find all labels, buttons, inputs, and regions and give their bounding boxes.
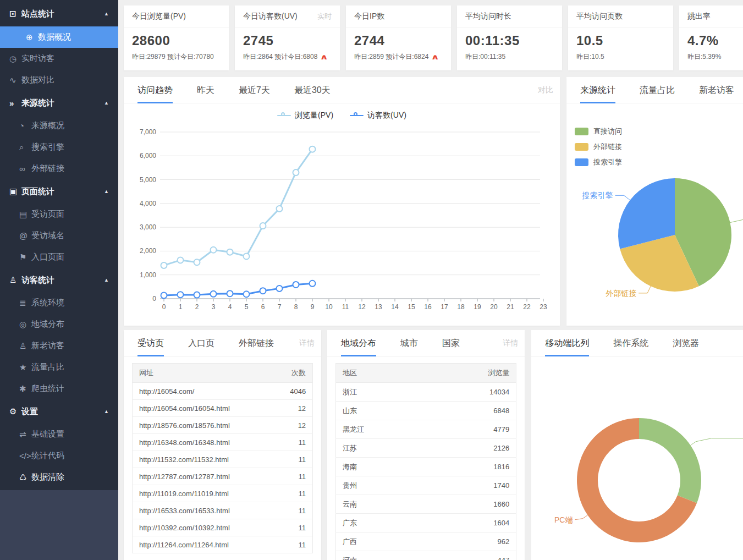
chevron-up-icon[interactable]: ▲ — [104, 100, 118, 106]
sidebar-item-data-clear[interactable]: ♺数据清除 — [0, 466, 118, 488]
sidebar-item-tracking-code[interactable]: </>统计代码 — [0, 445, 118, 466]
legend-item-pv[interactable]: 浏览量(PV) — [277, 111, 333, 120]
data-point[interactable] — [244, 253, 250, 259]
cell-label: http://12787.com/12787.html — [133, 468, 273, 485]
chevron-up-icon[interactable]: ▲ — [104, 189, 118, 194]
source-pie-body: 直接访问外部链接搜索引擎 外部链接搜索引擎 — [566, 103, 743, 325]
data-point[interactable] — [277, 206, 283, 212]
data-point[interactable] — [244, 291, 250, 297]
sidebar-item-external-links[interactable]: ∞外部链接 — [0, 158, 118, 179]
tab-trend-2[interactable]: 最近7天 — [239, 77, 270, 103]
chevron-up-icon[interactable]: ▲ — [104, 277, 118, 283]
tab-device-2[interactable]: 浏览器 — [673, 330, 699, 356]
data-point[interactable] — [260, 223, 266, 229]
svg-text:6,000: 6,000 — [140, 152, 156, 160]
table-row: http://16533.com/16533.html11 — [133, 502, 313, 519]
data-point[interactable] — [161, 292, 167, 298]
cell-label: http://11019.com/11019.html — [133, 485, 273, 502]
svg-text:0: 0 — [152, 295, 156, 303]
tab-trend-0[interactable]: 访问趋势 — [137, 77, 173, 103]
svg-text:10: 10 — [325, 303, 333, 311]
pie-callout-line — [730, 217, 743, 222]
sidebar-item-traffic-share[interactable]: ★流量占比 — [0, 356, 118, 378]
tab-region-2[interactable]: 国家 — [442, 330, 460, 356]
trend-up-icon: ∧ — [431, 53, 440, 61]
visited-pages-table: 网址次数http://16054.com/4046http://16054.co… — [132, 363, 313, 553]
sidebar-item-visited-domains[interactable]: @受访域名 — [0, 225, 118, 246]
sidebar-item-region-distribution[interactable]: ◎地域分布 — [0, 314, 118, 335]
stat-card-value: 10.5 — [568, 28, 673, 48]
tab-source-0[interactable]: 来源统计 — [580, 77, 615, 103]
donut-slice-0[interactable] — [639, 418, 701, 503]
sidebar-item-search-engine[interactable]: ⌕搜索引擎 — [0, 136, 118, 158]
donut-label: PC端 — [554, 515, 573, 524]
sidebar-section-settings[interactable]: ⚙设置▲ — [0, 399, 118, 424]
chevron-up-icon[interactable]: ▲ — [104, 11, 118, 17]
tab-trend-3[interactable]: 最近30天 — [294, 77, 331, 103]
pages-action-link[interactable]: 详情 — [299, 330, 315, 356]
tab-device-0[interactable]: 移动端比列 — [545, 330, 589, 356]
source-legend-item-1[interactable]: 外部链接 — [575, 142, 622, 152]
sidebar-item-new-old-visitors[interactable]: ♙新老访客 — [0, 335, 118, 356]
chevron-up-icon[interactable]: ▲ — [104, 409, 118, 414]
stat-card-value: 4.7% — [679, 28, 743, 48]
tab-pages-0[interactable]: 受访页 — [137, 330, 164, 356]
sidebar-item-data-overview[interactable]: ⊕数据概况 — [0, 26, 118, 48]
sidebar-section-site-stats[interactable]: ⊡站点统计▲ — [0, 2, 118, 26]
data-point[interactable] — [178, 292, 184, 298]
data-point[interactable] — [293, 282, 299, 288]
sidebar-item-source-overview[interactable]: ◔来源概况 — [0, 115, 118, 136]
tab-source-2[interactable]: 新老访客 — [699, 77, 734, 103]
sidebar-menu: ⊡站点统计▲⊕数据概况◷实时访客∿数据对比»来源统计▲◔来源概况⌕搜索引擎∞外部… — [0, 0, 118, 490]
legend-label: 外部链接 — [593, 142, 622, 152]
sidebar-section-visitor-stats[interactable]: ♙访客统计▲ — [0, 268, 118, 292]
source-legend-item-2[interactable]: 搜索引擎 — [575, 157, 622, 167]
sidebar-section-page-stats[interactable]: ▣页面统计▲ — [0, 179, 118, 204]
stat-card-footer: 昨日:5.39% — [679, 48, 743, 62]
data-point[interactable] — [277, 286, 283, 292]
data-point[interactable] — [211, 291, 217, 297]
data-point[interactable] — [260, 288, 266, 294]
tab-pages-1[interactable]: 入口页 — [188, 330, 214, 356]
sidebar-item-label: 外部链接 — [31, 163, 64, 174]
data-point[interactable] — [227, 249, 233, 255]
tab-source-1[interactable]: 流量占比 — [640, 77, 675, 103]
data-point[interactable] — [161, 262, 167, 268]
tab-region-0[interactable]: 地域分布 — [341, 330, 376, 356]
data-point[interactable] — [194, 292, 200, 298]
sidebar-section-source-stats[interactable]: »来源统计▲ — [0, 91, 118, 115]
sidebar-item-label: 统计代码 — [31, 451, 64, 461]
table-row: http://12787.com/12787.html11 — [133, 468, 313, 485]
cell-count: 447 — [426, 551, 516, 560]
sidebar-item-entry-pages[interactable]: ⚑入口页面 — [0, 246, 118, 268]
data-point[interactable] — [293, 169, 299, 175]
stat-card-footer: 昨日:2864 预计今日:6808∧ — [235, 48, 340, 62]
legend-item-uv[interactable]: 访客数(UV) — [350, 111, 406, 120]
trend-action-link[interactable]: 对比 — [538, 77, 553, 103]
data-point[interactable] — [194, 259, 200, 265]
cell-count: 1660 — [426, 495, 516, 514]
data-point[interactable] — [310, 146, 316, 152]
svg-text:18: 18 — [457, 303, 465, 311]
cell-count: 4046 — [273, 383, 312, 400]
gear-icon: ⚙ — [9, 407, 21, 416]
sidebar-item-system-env[interactable]: ≣系统环境 — [0, 292, 118, 314]
sidebar-item-basic-settings[interactable]: ⇌基础设置 — [0, 424, 118, 445]
data-point[interactable] — [211, 247, 217, 253]
tab-pages-2[interactable]: 外部链接 — [239, 330, 274, 356]
trend-series-pv — [164, 149, 312, 265]
tab-device-1[interactable]: 操作系统 — [613, 330, 648, 356]
data-point[interactable] — [310, 281, 316, 287]
tab-trend-1[interactable]: 昨天 — [197, 77, 214, 103]
table-row: 河南447 — [336, 551, 516, 560]
sidebar-item-visited-pages[interactable]: ▤受访页面 — [0, 204, 118, 225]
sidebar-item-realtime-visitors[interactable]: ◷实时访客 — [0, 48, 118, 69]
data-point[interactable] — [227, 290, 233, 297]
sidebar-item-label: 受访域名 — [31, 230, 64, 241]
region-action-link[interactable]: 详情 — [503, 330, 518, 356]
tab-region-1[interactable]: 城市 — [400, 330, 418, 356]
source-legend-item-0[interactable]: 直接访问 — [575, 127, 622, 136]
sidebar-item-data-compare[interactable]: ∿数据对比 — [0, 69, 118, 91]
sidebar-item-crawler-stats[interactable]: ✱爬虫统计 — [0, 378, 118, 399]
data-point[interactable] — [178, 257, 184, 263]
